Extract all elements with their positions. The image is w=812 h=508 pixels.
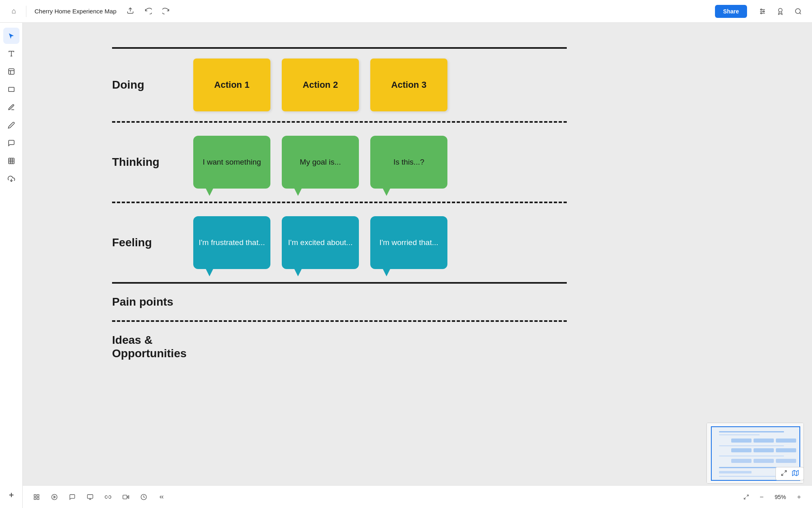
doing-cards: Action 1 Action 2 Action 3 — [193, 59, 447, 111]
feeling2-card[interactable]: I'm excited about... — [282, 216, 359, 269]
doing-label: Doing — [112, 78, 193, 91]
award-button[interactable] — [773, 4, 788, 19]
camera-button[interactable] — [119, 490, 133, 504]
experience-map: Doing Action 1 Action 2 Action 3 Thinkin… — [112, 47, 567, 372]
svg-rect-28 — [34, 495, 36, 497]
main-canvas: Doing Action 1 Action 2 Action 3 Thinkin… — [23, 23, 812, 508]
ideas-label: Ideas & Opportunities — [112, 333, 218, 360]
link-button[interactable] — [101, 490, 115, 504]
feeling-row: Feeling I'm frustrated that... I'm excit… — [112, 203, 567, 282]
action1-card[interactable]: Action 1 — [193, 59, 270, 111]
collapse-toolbar-button[interactable] — [154, 490, 169, 504]
upload-icon — [127, 7, 134, 16]
svg-marker-33 — [54, 496, 56, 498]
frame-tool[interactable] — [3, 153, 19, 169]
pain-points-row: Pain points — [112, 284, 567, 320]
thinking3-card[interactable]: Is this...? — [370, 136, 447, 189]
svg-marker-25 — [793, 470, 799, 475]
action2-card[interactable]: Action 2 — [282, 59, 359, 111]
document-title: Cherry Home Experience Map — [31, 8, 120, 15]
thinking-label: Thinking — [112, 156, 193, 169]
thinking-row: Thinking I want something My goal is... … — [112, 123, 567, 202]
zoom-in-button[interactable] — [793, 491, 806, 504]
svg-point-8 — [795, 9, 800, 13]
undo-icon — [145, 7, 152, 16]
svg-rect-30 — [34, 497, 36, 499]
zoom-controls: 95% — [740, 491, 806, 504]
home-icon: ⌂ — [12, 7, 16, 15]
upload-button[interactable] — [123, 4, 138, 19]
settings-button[interactable] — [755, 4, 770, 19]
minimap-fit-button[interactable] — [779, 469, 789, 478]
grid-view-button[interactable] — [29, 490, 44, 504]
feeling-label: Feeling — [112, 236, 193, 249]
svg-point-4 — [761, 9, 762, 10]
topbar-divider — [26, 6, 26, 17]
thinking1-card[interactable]: I want something — [193, 136, 270, 189]
chat-button[interactable] — [65, 490, 80, 504]
svg-point-32 — [52, 494, 57, 499]
thinking2-card[interactable]: My goal is... — [282, 136, 359, 189]
zoom-out-button[interactable] — [755, 491, 768, 504]
redo-button[interactable] — [159, 4, 173, 19]
ideas-row: Ideas & Opportunities — [112, 322, 567, 372]
screen-share-button[interactable] — [83, 490, 97, 504]
thinking-cards: I want something My goal is... Is this..… — [193, 136, 447, 189]
svg-point-6 — [761, 13, 762, 14]
search-button[interactable] — [791, 4, 806, 19]
cursor-tool[interactable] — [3, 28, 19, 44]
topbar-right-icons — [755, 4, 806, 19]
svg-line-40 — [744, 497, 746, 499]
svg-rect-15 — [9, 158, 14, 164]
zoom-level-display: 95% — [771, 494, 790, 500]
video-button[interactable] — [47, 490, 62, 504]
pencil-tool[interactable] — [3, 117, 19, 133]
svg-marker-36 — [127, 495, 129, 498]
svg-rect-34 — [87, 495, 93, 498]
add-page-button[interactable] — [3, 487, 19, 503]
undo-button[interactable] — [141, 4, 155, 19]
minimap-map-button[interactable] — [790, 469, 800, 478]
doing-row: Doing Action 1 Action 2 Action 3 — [112, 49, 567, 121]
zoom-fit-button[interactable] — [740, 491, 753, 504]
rect-tool[interactable] — [3, 81, 19, 98]
svg-line-23 — [784, 471, 786, 473]
svg-point-5 — [763, 11, 764, 12]
svg-rect-12 — [9, 69, 14, 74]
redo-icon — [162, 7, 170, 16]
minimap-controls — [775, 467, 804, 480]
svg-rect-14 — [9, 87, 14, 92]
left-sidebar — [0, 23, 23, 508]
svg-point-7 — [779, 8, 782, 12]
svg-line-24 — [782, 473, 784, 475]
feeling1-card[interactable]: I'm frustrated that... — [193, 216, 270, 269]
comment-tool[interactable] — [3, 135, 19, 151]
bottom-toolbar: 95% — [23, 485, 812, 508]
svg-rect-29 — [37, 495, 39, 497]
svg-rect-31 — [37, 497, 39, 499]
pain-points-label: Pain points — [112, 295, 193, 309]
svg-line-9 — [799, 13, 801, 14]
feeling-cards: I'm frustrated that... I'm excited about… — [193, 216, 447, 269]
home-button[interactable]: ⌂ — [6, 4, 21, 19]
share-button[interactable]: Share — [715, 5, 747, 18]
text-tool[interactable] — [3, 46, 19, 62]
timer-button[interactable] — [136, 490, 151, 504]
plugin-tool[interactable] — [3, 171, 19, 187]
action3-card[interactable]: Action 3 — [370, 59, 447, 111]
feeling3-card[interactable]: I'm worried that... — [370, 216, 447, 269]
pen-tool[interactable] — [3, 99, 19, 115]
note-tool[interactable] — [3, 63, 19, 80]
svg-line-39 — [747, 495, 748, 496]
svg-rect-37 — [123, 495, 127, 499]
topbar: ⌂ Cherry Home Experience Map Share — [0, 0, 812, 23]
